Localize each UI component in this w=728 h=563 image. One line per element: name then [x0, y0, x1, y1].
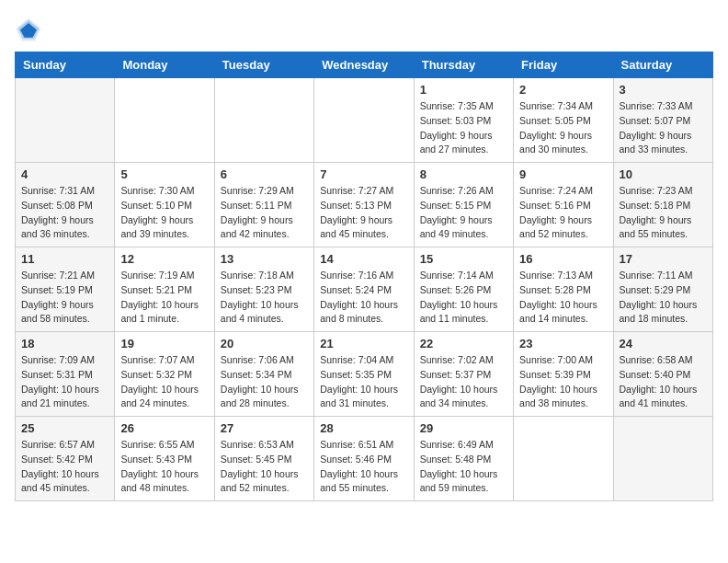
calendar-cell: 14Sunrise: 7:16 AM Sunset: 5:24 PM Dayli… — [314, 247, 414, 332]
day-info: Sunrise: 6:57 AM Sunset: 5:42 PM Dayligh… — [21, 438, 108, 496]
day-number: 4 — [21, 167, 108, 181]
day-info: Sunrise: 7:35 AM Sunset: 5:03 PM Dayligh… — [420, 99, 507, 157]
calendar-cell: 17Sunrise: 7:11 AM Sunset: 5:29 PM Dayli… — [613, 247, 712, 332]
calendar-cell: 6Sunrise: 7:29 AM Sunset: 5:11 PM Daylig… — [214, 163, 313, 247]
day-info: Sunrise: 7:34 AM Sunset: 5:05 PM Dayligh… — [519, 99, 607, 157]
calendar-cell: 27Sunrise: 6:53 AM Sunset: 5:45 PM Dayli… — [214, 417, 313, 501]
day-number: 10 — [620, 167, 707, 181]
calendar-cell: 11Sunrise: 7:21 AM Sunset: 5:19 PM Dayli… — [16, 247, 115, 332]
calendar-cell: 1Sunrise: 7:35 AM Sunset: 5:03 PM Daylig… — [414, 78, 513, 163]
day-info: Sunrise: 7:33 AM Sunset: 5:07 PM Dayligh… — [620, 99, 707, 157]
calendar-cell — [16, 78, 115, 163]
calendar-cell: 8Sunrise: 7:26 AM Sunset: 5:15 PM Daylig… — [414, 163, 513, 247]
day-info: Sunrise: 7:16 AM Sunset: 5:24 PM Dayligh… — [320, 269, 407, 327]
calendar-cell: 13Sunrise: 7:18 AM Sunset: 5:23 PM Dayli… — [214, 247, 313, 332]
day-info: Sunrise: 6:51 AM Sunset: 5:46 PM Dayligh… — [320, 438, 407, 496]
day-number: 27 — [221, 421, 308, 435]
day-number: 3 — [620, 83, 707, 97]
calendar-cell: 29Sunrise: 6:49 AM Sunset: 5:48 PM Dayli… — [414, 417, 513, 501]
calendar-cell: 26Sunrise: 6:55 AM Sunset: 5:43 PM Dayli… — [115, 417, 214, 501]
day-number: 21 — [320, 337, 407, 350]
day-info: Sunrise: 6:49 AM Sunset: 5:48 PM Dayligh… — [420, 438, 507, 496]
day-number: 26 — [120, 421, 208, 435]
day-info: Sunrise: 7:04 AM Sunset: 5:35 PM Dayligh… — [320, 353, 407, 411]
calendar-cell: 21Sunrise: 7:04 AM Sunset: 5:35 PM Dayli… — [314, 332, 414, 417]
day-info: Sunrise: 6:53 AM Sunset: 5:45 PM Dayligh… — [221, 438, 308, 496]
calendar-cell: 20Sunrise: 7:06 AM Sunset: 5:34 PM Dayli… — [214, 332, 313, 417]
day-info: Sunrise: 7:02 AM Sunset: 5:37 PM Dayligh… — [420, 353, 507, 411]
calendar-week-row: 25Sunrise: 6:57 AM Sunset: 5:42 PM Dayli… — [16, 417, 713, 501]
day-info: Sunrise: 7:30 AM Sunset: 5:10 PM Dayligh… — [120, 184, 208, 242]
day-number: 1 — [420, 83, 507, 97]
day-info: Sunrise: 7:09 AM Sunset: 5:31 PM Dayligh… — [21, 353, 108, 411]
day-header-wednesday: Wednesday — [314, 52, 414, 78]
day-number: 11 — [21, 252, 108, 266]
calendar-cell — [115, 78, 214, 163]
day-info: Sunrise: 7:21 AM Sunset: 5:19 PM Dayligh… — [21, 269, 108, 327]
day-number: 25 — [21, 421, 108, 435]
calendar-cell: 2Sunrise: 7:34 AM Sunset: 5:05 PM Daylig… — [514, 78, 613, 163]
day-number: 29 — [420, 421, 507, 435]
day-number: 6 — [221, 167, 308, 181]
day-info: Sunrise: 7:06 AM Sunset: 5:34 PM Dayligh… — [221, 353, 308, 411]
calendar-cell: 28Sunrise: 6:51 AM Sunset: 5:46 PM Dayli… — [314, 417, 414, 501]
logo-icon — [15, 15, 42, 42]
day-number: 7 — [320, 167, 407, 181]
day-header-sunday: Sunday — [16, 52, 115, 78]
logo — [15, 15, 46, 42]
calendar-cell — [613, 417, 712, 501]
day-number: 15 — [420, 252, 507, 266]
day-header-friday: Friday — [514, 52, 613, 78]
day-info: Sunrise: 7:31 AM Sunset: 5:08 PM Dayligh… — [21, 184, 108, 242]
day-number: 17 — [620, 252, 707, 266]
day-info: Sunrise: 7:27 AM Sunset: 5:13 PM Dayligh… — [320, 184, 407, 242]
calendar-week-row: 1Sunrise: 7:35 AM Sunset: 5:03 PM Daylig… — [16, 78, 713, 163]
calendar-week-row: 18Sunrise: 7:09 AM Sunset: 5:31 PM Dayli… — [16, 332, 713, 417]
calendar-cell: 16Sunrise: 7:13 AM Sunset: 5:28 PM Dayli… — [514, 247, 613, 332]
day-number: 18 — [21, 337, 108, 350]
calendar-cell: 23Sunrise: 7:00 AM Sunset: 5:39 PM Dayli… — [514, 332, 613, 417]
day-info: Sunrise: 7:18 AM Sunset: 5:23 PM Dayligh… — [221, 269, 308, 327]
day-header-saturday: Saturday — [613, 52, 712, 78]
day-number: 22 — [420, 337, 507, 350]
day-info: Sunrise: 6:55 AM Sunset: 5:43 PM Dayligh… — [120, 438, 208, 496]
page-header — [15, 15, 713, 42]
day-header-tuesday: Tuesday — [214, 52, 313, 78]
calendar-cell: 24Sunrise: 6:58 AM Sunset: 5:40 PM Dayli… — [613, 332, 712, 417]
calendar-week-row: 4Sunrise: 7:31 AM Sunset: 5:08 PM Daylig… — [16, 163, 713, 247]
day-info: Sunrise: 7:26 AM Sunset: 5:15 PM Dayligh… — [420, 184, 507, 242]
calendar-cell: 25Sunrise: 6:57 AM Sunset: 5:42 PM Dayli… — [16, 417, 115, 501]
calendar-header-row: SundayMondayTuesdayWednesdayThursdayFrid… — [16, 52, 713, 78]
calendar-week-row: 11Sunrise: 7:21 AM Sunset: 5:19 PM Dayli… — [16, 247, 713, 332]
day-info: Sunrise: 7:14 AM Sunset: 5:26 PM Dayligh… — [420, 269, 507, 327]
day-info: Sunrise: 7:11 AM Sunset: 5:29 PM Dayligh… — [620, 269, 707, 327]
day-number: 14 — [320, 252, 407, 266]
calendar-cell: 7Sunrise: 7:27 AM Sunset: 5:13 PM Daylig… — [314, 163, 414, 247]
day-number: 16 — [519, 252, 607, 266]
calendar-table: SundayMondayTuesdayWednesdayThursdayFrid… — [15, 52, 713, 501]
calendar-cell — [314, 78, 414, 163]
day-number: 8 — [420, 167, 507, 181]
day-number: 5 — [120, 167, 208, 181]
calendar-cell: 3Sunrise: 7:33 AM Sunset: 5:07 PM Daylig… — [613, 78, 712, 163]
calendar-cell — [514, 417, 613, 501]
calendar-cell: 22Sunrise: 7:02 AM Sunset: 5:37 PM Dayli… — [414, 332, 513, 417]
calendar-cell: 19Sunrise: 7:07 AM Sunset: 5:32 PM Dayli… — [115, 332, 214, 417]
day-number: 2 — [519, 83, 607, 97]
calendar-cell: 10Sunrise: 7:23 AM Sunset: 5:18 PM Dayli… — [613, 163, 712, 247]
calendar-cell: 15Sunrise: 7:14 AM Sunset: 5:26 PM Dayli… — [414, 247, 513, 332]
day-number: 19 — [120, 337, 208, 350]
day-info: Sunrise: 7:23 AM Sunset: 5:18 PM Dayligh… — [620, 184, 707, 242]
day-info: Sunrise: 7:00 AM Sunset: 5:39 PM Dayligh… — [519, 353, 607, 411]
day-header-thursday: Thursday — [414, 52, 513, 78]
day-number: 28 — [320, 421, 407, 435]
day-number: 13 — [221, 252, 308, 266]
calendar-cell: 12Sunrise: 7:19 AM Sunset: 5:21 PM Dayli… — [115, 247, 214, 332]
day-info: Sunrise: 7:19 AM Sunset: 5:21 PM Dayligh… — [120, 269, 208, 327]
day-info: Sunrise: 7:29 AM Sunset: 5:11 PM Dayligh… — [221, 184, 308, 242]
day-info: Sunrise: 7:13 AM Sunset: 5:28 PM Dayligh… — [519, 269, 607, 327]
day-header-monday: Monday — [115, 52, 214, 78]
calendar-cell — [214, 78, 313, 163]
calendar-cell: 9Sunrise: 7:24 AM Sunset: 5:16 PM Daylig… — [514, 163, 613, 247]
day-info: Sunrise: 7:07 AM Sunset: 5:32 PM Dayligh… — [120, 353, 208, 411]
